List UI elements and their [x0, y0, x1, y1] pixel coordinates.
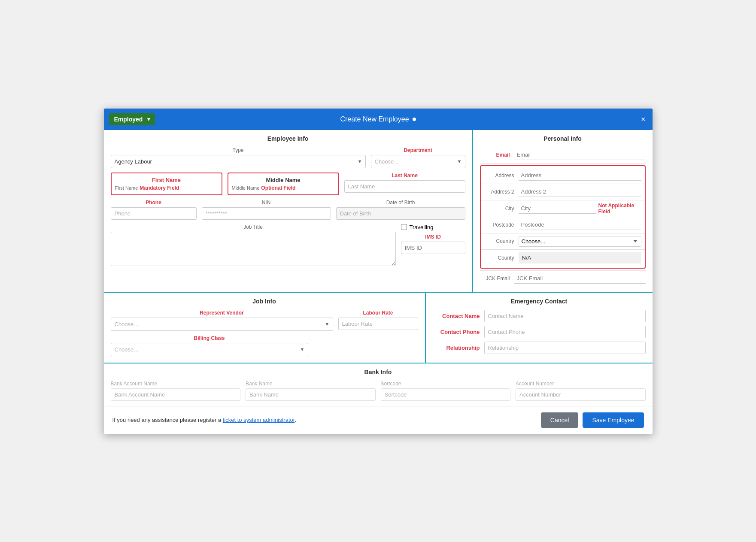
middle-name-sublabel: Middle Name [232, 185, 260, 191]
labour-rate-group: Labour Rate [338, 310, 418, 331]
sortcode-input[interactable] [381, 388, 511, 401]
vendor-label: Represent Vendor [111, 310, 333, 316]
modal-title: Create New Employee [340, 115, 416, 123]
bank-name-label: Bank Name [246, 381, 376, 387]
close-button[interactable]: × [641, 115, 646, 123]
city-input-wrapper: Not Applicable Field [519, 203, 641, 215]
email-label: Email [480, 152, 514, 158]
ims-group: IMS ID [401, 234, 465, 254]
contact-phone-input[interactable] [484, 326, 646, 338]
department-select[interactable]: Choose... [371, 155, 465, 168]
footer-period: . [295, 417, 296, 423]
address2-label: Address 2 [484, 189, 519, 195]
relationship-row: Relationship [433, 342, 646, 354]
type-select[interactable]: Agency Labour [111, 155, 366, 168]
bank-account-name-group: Bank Account Name [111, 381, 241, 401]
dob-group: Date of Birth [336, 200, 465, 220]
country-row: Country Choose... [481, 233, 645, 250]
account-number-input[interactable] [516, 388, 646, 401]
travelling-checkbox[interactable] [401, 224, 407, 230]
ticket-link[interactable]: ticket to system administrator [223, 417, 295, 423]
address-label: Address [484, 173, 519, 179]
travelling-label: Travelling [410, 224, 434, 230]
labour-rate-input[interactable] [338, 318, 418, 330]
unsaved-indicator [413, 118, 416, 121]
city-input[interactable] [519, 203, 596, 214]
country-select[interactable]: Choose... [519, 236, 641, 247]
type-label: Type [111, 147, 366, 153]
county-row: County N/A [481, 250, 645, 266]
ims-input[interactable] [401, 242, 465, 254]
travelling-checkbox-row: Travelling [401, 224, 465, 230]
email-input[interactable] [514, 150, 646, 160]
type-group: Type Agency Labour ▼ [111, 147, 366, 168]
job-info-section: Job Info Represent Vendor Choose... ▼ [104, 293, 426, 363]
jck-email-input[interactable] [514, 273, 646, 284]
last-name-group: Last Name [344, 173, 465, 195]
vendor-select[interactable]: Choose... [111, 318, 333, 331]
address-input[interactable] [519, 170, 641, 181]
contact-phone-label: Contact Phone [433, 329, 484, 335]
postcode-row: Postcode [481, 217, 645, 233]
modal-window: Employed ▼ Create New Employee × Employe… [103, 108, 653, 434]
email-row: Email [480, 147, 646, 164]
bank-account-name-input[interactable] [111, 388, 241, 401]
bank-name-group: Bank Name [246, 381, 376, 401]
labour-rate-label: Labour Rate [338, 310, 418, 316]
sortcode-label: Sortcode [381, 381, 511, 387]
save-employee-button[interactable]: Save Employee [583, 412, 644, 428]
address2-input[interactable] [519, 187, 641, 197]
ims-label: IMS ID [401, 234, 465, 240]
middle-name-optional-badge: Optional Field [261, 185, 295, 191]
billing-class-select[interactable]: Choose... [111, 343, 308, 356]
status-dropdown[interactable]: Employed [109, 113, 155, 125]
form-content: Employee Info Type Agency Labour ▼ Dep [104, 130, 653, 434]
status-dropdown-wrapper[interactable]: Employed ▼ [109, 113, 155, 125]
country-label: Country [484, 238, 519, 244]
employee-info-title: Employee Info [111, 135, 465, 142]
postcode-label: Postcode [484, 222, 519, 228]
emergency-contact-section: Emergency Contact Contact Name Contact P… [426, 293, 653, 363]
first-name-mandatory-badge: Mandatory Field [140, 185, 179, 191]
dob-label: Date of Birth [336, 200, 465, 206]
job-row: Job Title Travelling IMS ID [111, 224, 465, 267]
job-info-title: Job Info [111, 298, 418, 305]
dob-input[interactable] [336, 207, 465, 220]
titlebar: Employed ▼ Create New Employee × [104, 109, 653, 130]
emergency-contact-title: Emergency Contact [433, 298, 646, 305]
department-label: Department [371, 147, 465, 153]
billing-class-label: Billing Class [111, 335, 308, 341]
postcode-input[interactable] [519, 220, 641, 230]
bank-info-section: Bank Info Bank Account Name Bank Name So… [104, 363, 653, 406]
job-title-label: Job Title [111, 224, 396, 230]
phone-row: Phone NIN Date of Birth [111, 200, 465, 220]
nin-input[interactable] [202, 207, 331, 220]
nin-label: NIN [202, 200, 331, 206]
last-name-input[interactable] [344, 180, 465, 193]
footer-help-text: If you need any assistance please regist… [112, 417, 297, 423]
city-label: City [484, 206, 519, 212]
contact-name-label: Contact Name [433, 313, 484, 319]
first-name-group: First Name First Name Mandatory Field [111, 173, 222, 195]
jck-email-label: JCK Email [480, 276, 514, 282]
contact-name-input[interactable] [484, 310, 646, 322]
sortcode-group: Sortcode [381, 381, 511, 401]
name-row: First Name First Name Mandatory Field Mi… [111, 173, 465, 195]
account-number-label: Account Number [516, 381, 646, 387]
job-title-group: Job Title [111, 224, 396, 267]
phone-group: Phone [111, 200, 197, 220]
first-name-sublabel: First Name [115, 185, 138, 191]
cancel-button[interactable]: Cancel [541, 412, 579, 428]
bank-name-input[interactable] [246, 388, 376, 401]
relationship-input[interactable] [484, 342, 646, 354]
job-title-textarea[interactable] [111, 232, 396, 266]
main-row: Employee Info Type Agency Labour ▼ Dep [104, 130, 653, 293]
phone-input[interactable] [111, 207, 197, 220]
middle-name-group-label: Middle Name [232, 177, 335, 183]
address2-row: Address 2 [481, 184, 645, 200]
footer: If you need any assistance please regist… [104, 406, 653, 434]
nin-group: NIN [202, 200, 331, 220]
bank-info-title: Bank Info [111, 369, 646, 375]
middle-name-group: Middle Name Middle Name Optional Field [228, 173, 339, 195]
bank-account-name-label: Bank Account Name [111, 381, 241, 387]
